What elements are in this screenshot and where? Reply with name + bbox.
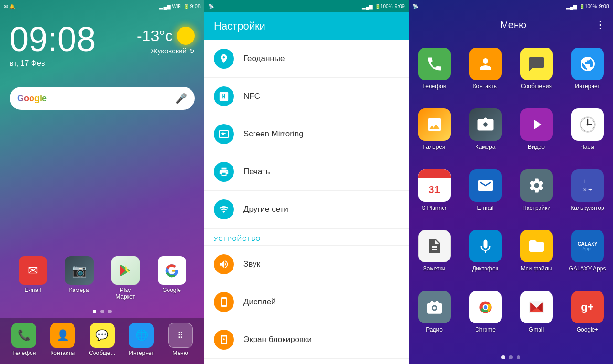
- chrome-label: Chrome: [475, 326, 496, 333]
- home-screen-panel: ✉ 🔔 ▂▄▆ WiFi 🔋 9:08 09:08 вт, 17 Фев -13…: [0, 0, 204, 364]
- menu-app-video[interactable]: Видео: [511, 103, 562, 163]
- nfc-label: NFC: [243, 92, 260, 101]
- splanner-header: [418, 169, 451, 178]
- bottom-menu-app[interactable]: ⠿ Меню: [168, 323, 193, 356]
- dock-google-app[interactable]: Google: [158, 256, 186, 300]
- menu-app-radio[interactable]: Радио: [409, 285, 460, 346]
- networks-icon-circle: [214, 199, 234, 219]
- email-svg2: [477, 177, 494, 194]
- mic-icon[interactable]: 🎤: [175, 93, 187, 104]
- bottom-phone-app[interactable]: 📞 Телефон: [11, 323, 36, 356]
- menu-app-splanner[interactable]: 31 S Planner: [409, 164, 460, 224]
- menu-app-contacts[interactable]: Контакты: [460, 42, 511, 103]
- menu-app-settings[interactable]: Настройки: [511, 164, 562, 224]
- menu-app-myfiles[interactable]: Мои файлы: [511, 224, 562, 285]
- menu-app-messages[interactable]: Сообщения: [511, 42, 562, 103]
- dock-playmarket-app[interactable]: PlayМаркет: [111, 256, 140, 300]
- galaxyapps-icon: GALAXY Apps: [571, 230, 604, 262]
- display-icon: [219, 297, 229, 307]
- video-icon: [520, 108, 553, 141]
- notes-svg: [426, 238, 443, 255]
- settings-item-networks[interactable]: Другие сети: [204, 191, 409, 229]
- weather-temp: -13°с: [137, 27, 173, 45]
- calc-minus: −: [588, 177, 592, 185]
- settings-item-print[interactable]: Печать: [204, 153, 409, 191]
- settings-item-geodata[interactable]: Геоданные: [204, 40, 409, 78]
- video-label: Видео: [528, 144, 545, 150]
- refresh-icon[interactable]: ↻: [189, 47, 195, 55]
- splanner-inner: 31: [418, 169, 451, 202]
- gallery-label: Галерея: [423, 144, 445, 150]
- bottom-internet-label: Интернет: [129, 350, 154, 356]
- clock-svg: [579, 115, 597, 134]
- settings-panel: 📡 ▂▄▆ 🔋100% 9:09 Настройки Геоданные: [204, 0, 409, 364]
- settings-notif-icon: 📡: [208, 4, 214, 9]
- phone-icon: 📞: [18, 329, 31, 342]
- email-label2: E-mail: [477, 205, 493, 211]
- galaxy-apps-word: Apps: [578, 247, 598, 251]
- bottom-menu-icon: ⠿: [168, 323, 193, 348]
- menu-app-gmail[interactable]: Gmail: [511, 285, 562, 346]
- menu-app-internet[interactable]: Интернет: [562, 42, 613, 103]
- nav-dot-2: [100, 310, 104, 313]
- battery-icon: 🔋: [183, 4, 189, 9]
- wifi-icon: WiFi: [172, 4, 182, 9]
- dictaphone-label: Диктофон: [472, 265, 498, 272]
- clock-label: Часы: [581, 144, 594, 150]
- page-dot-1: [501, 355, 505, 359]
- menu-app-clock[interactable]: Часы: [562, 103, 613, 163]
- bottom-messages-app[interactable]: 💬 Сообще...: [89, 323, 115, 356]
- home-status-bar: ✉ 🔔 ▂▄▆ WiFi 🔋 9:08: [0, 0, 204, 12]
- menu-app-notes[interactable]: Заметки: [409, 224, 460, 285]
- settings-title: Настройки: [214, 20, 265, 32]
- print-icon: [219, 166, 229, 177]
- settings-item-lockscreen[interactable]: Экран блокировки: [204, 321, 409, 359]
- phone-svg: [426, 55, 443, 73]
- menu-app-calculator[interactable]: + − × ÷ Калькулятор: [562, 164, 613, 224]
- menu-app-gallery[interactable]: Галерея: [409, 103, 460, 163]
- splanner-date: 31: [428, 178, 440, 202]
- settings-item-display[interactable]: Дисплей: [204, 283, 409, 321]
- menu-signal: ▂▄▆: [566, 4, 577, 9]
- dock-email-app[interactable]: ✉ E-mail: [19, 256, 47, 300]
- video-svg: [528, 116, 545, 133]
- gplus-symbol: g+: [581, 301, 593, 313]
- menu-app-email[interactable]: E-mail: [460, 164, 511, 224]
- google-g-icon: [164, 263, 180, 278]
- menu-app-galaxyapps[interactable]: GALAXY Apps GALAXY Apps: [562, 224, 613, 285]
- location-icon: [219, 53, 229, 64]
- dock-google-icon: [158, 256, 186, 285]
- menu-app-dictaphone[interactable]: Диктофон: [460, 224, 511, 285]
- calculator-icon: + − × ÷: [571, 169, 604, 202]
- menu-time: 9:08: [599, 3, 609, 9]
- menu-overflow-button[interactable]: ⋮: [595, 19, 605, 31]
- menu-app-googleplus[interactable]: g+ Google+: [562, 285, 613, 346]
- settings-item-mirroring[interactable]: Screen Mirroring: [204, 115, 409, 153]
- dock-camera-app[interactable]: 📷 Камера: [65, 256, 94, 300]
- dictaphone-icon: [469, 230, 502, 262]
- menu-header: Меню ⋮: [409, 12, 613, 37]
- bottom-messages-label: Сообще...: [89, 350, 115, 356]
- dock-camera-icon: 📷: [65, 256, 94, 285]
- page-dots: [409, 351, 613, 364]
- menu-app-chrome[interactable]: Chrome: [460, 285, 511, 346]
- settings-header: Настройки: [204, 12, 409, 40]
- googleplus-icon: g+: [571, 291, 604, 323]
- settings-item-nfc[interactable]: NFC: [204, 78, 409, 115]
- google-search-bar[interactable]: Google 🎤: [10, 87, 195, 110]
- menu-app-telefon[interactable]: Телефон: [409, 42, 460, 103]
- contacts-label2: Контакты: [473, 83, 498, 90]
- galaxy-text: GALAXY Apps: [578, 241, 598, 251]
- settings-icon: [520, 169, 553, 202]
- sun-icon: [177, 27, 195, 45]
- signal-icon: ▂▄▆: [159, 4, 170, 9]
- bottom-internet-app[interactable]: 🌐 Интернет: [129, 323, 154, 356]
- bottom-nav-apps: 📞 Телефон 👤 Контакты 💬 Сообще... 🌐: [0, 321, 204, 358]
- settings-item-sound[interactable]: Звук: [204, 246, 409, 283]
- menu-app-camera[interactable]: Камера: [460, 103, 511, 163]
- splanner-label: S Planner: [422, 205, 447, 211]
- notes-label: Заметки: [423, 265, 445, 272]
- sound-icon: [219, 259, 229, 270]
- bottom-contacts-app[interactable]: 👤 Контакты: [50, 323, 75, 356]
- display-label: Дисплей: [243, 297, 276, 307]
